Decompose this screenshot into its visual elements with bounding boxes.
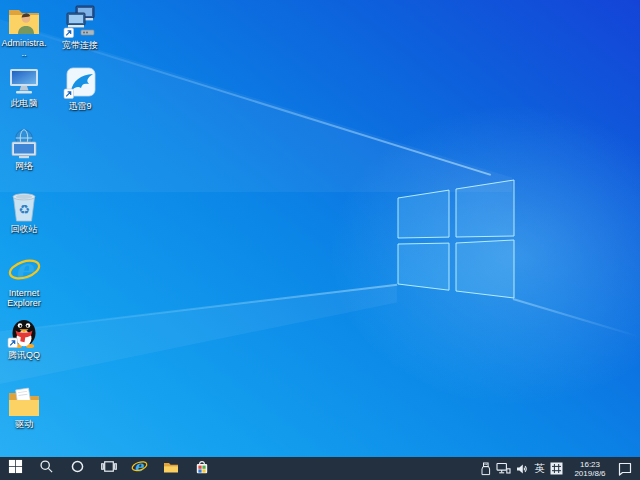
desktop: Administra... 宽带连接 [0, 0, 640, 480]
desktop-icon-label: 回收站 [1, 224, 47, 234]
desktop-icon-label: 驱动 [1, 419, 47, 429]
file-explorer-button[interactable] [155, 457, 186, 480]
svg-text:e: e [134, 458, 144, 474]
this-pc-icon [1, 66, 47, 97]
desktop-icon-label: 此电脑 [1, 98, 47, 108]
ie-icon: e [131, 458, 148, 479]
desktop-icon-recycle-bin[interactable]: ♻ 回收站 [1, 191, 47, 234]
volume-icon[interactable] [516, 457, 530, 480]
desktop-icon-label: Internet Explorer [1, 288, 47, 308]
broadband-connection-icon [57, 5, 103, 39]
shortcut-arrow-overlay [64, 28, 74, 38]
thunder-bird-icon [57, 66, 103, 100]
taskbar-clock[interactable]: 16:23 2019/8/6 [568, 460, 612, 478]
taskbar: e [0, 457, 640, 480]
network-status-icon[interactable] [496, 457, 511, 480]
clock-date: 2019/8/6 [574, 469, 605, 478]
task-view-icon [101, 459, 117, 478]
shortcut-arrow-overlay [64, 89, 74, 99]
folder-icon [163, 460, 179, 478]
internet-explorer-button[interactable]: e [124, 457, 155, 480]
desktop-icon-label: 迅雷9 [57, 101, 103, 111]
desktop-icon-network[interactable]: 网络 [1, 129, 47, 171]
cortana-button[interactable] [62, 457, 93, 480]
svg-text:e: e [15, 253, 35, 286]
desktop-icon-tencent-qq[interactable]: 腾讯QQ [1, 315, 47, 360]
store-button[interactable] [186, 457, 217, 480]
windows-logo [396, 176, 516, 302]
desktop-icon-label: 网络 [1, 161, 47, 171]
store-bag-icon [194, 459, 210, 479]
qq-penguin-icon [1, 315, 47, 349]
drivers-folder-icon [1, 387, 47, 418]
action-center-icon[interactable] [617, 457, 633, 480]
desktop-icon-label: Administra... [1, 38, 47, 58]
ime-grid-icon[interactable] [550, 457, 563, 480]
network-globe-icon [1, 129, 47, 160]
search-button[interactable] [31, 457, 62, 480]
cortana-circle-icon [70, 459, 85, 478]
system-tray: 英 16:23 2019/8/6 [480, 457, 640, 480]
administrator-folder-icon [1, 5, 47, 37]
start-button[interactable] [0, 457, 31, 480]
windows-start-icon [8, 459, 23, 478]
clock-time: 16:23 [580, 460, 600, 469]
desktop-icon-label: 腾讯QQ [1, 350, 47, 360]
search-icon [39, 459, 54, 478]
desktop-icon-thunder9[interactable]: 迅雷9 [57, 66, 103, 111]
ime-language-indicator[interactable]: 英 [535, 457, 546, 480]
desktop-icon-label: 宽带连接 [57, 40, 103, 50]
shortcut-arrow-overlay [8, 338, 18, 348]
recycle-bin-icon: ♻ [1, 191, 47, 223]
desktop-icon-drivers[interactable]: 驱动 [1, 387, 47, 429]
desktop-icon-internet-explorer[interactable]: e Internet Explorer [1, 253, 47, 308]
desktop-icon-this-pc[interactable]: 此电脑 [1, 66, 47, 108]
internet-explorer-icon: e [1, 253, 47, 287]
desktop-icon-administrator[interactable]: Administra... [1, 5, 47, 58]
task-view-button[interactable] [93, 457, 124, 480]
svg-text:♻: ♻ [18, 202, 30, 217]
usb-icon[interactable] [480, 457, 491, 480]
desktop-icon-broadband[interactable]: 宽带连接 [57, 5, 103, 50]
